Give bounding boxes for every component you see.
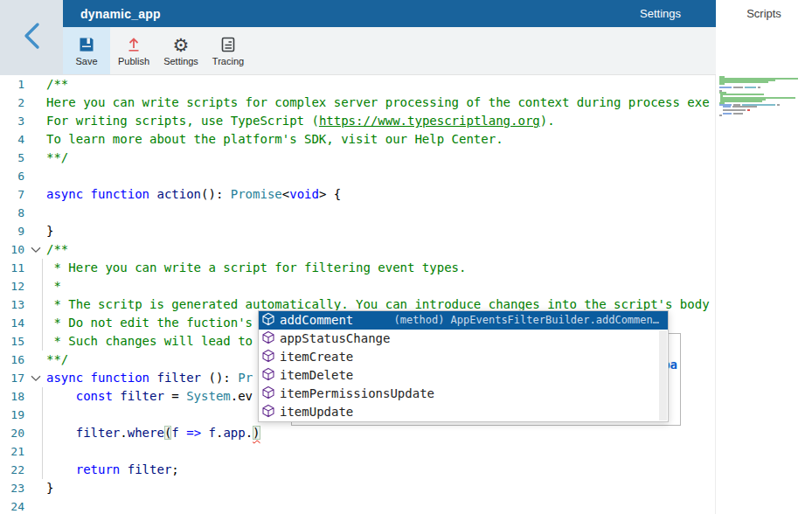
fold-spacer (24, 461, 46, 479)
fold-spacer (24, 351, 46, 369)
code-line[interactable]: 1/** (0, 75, 715, 94)
minimap[interactable] (719, 76, 805, 118)
code-line[interactable]: 4To learn more about the platform's SDK,… (0, 130, 715, 149)
settings-label: Settings (163, 56, 198, 66)
fold-spacer (24, 259, 46, 277)
code-text: async function action(): Promise<void> { (46, 185, 341, 204)
code-text: * Such changes will lead to (46, 332, 253, 351)
back-button[interactable] (22, 21, 41, 54)
line-number: 10 (0, 240, 24, 259)
fold-chevron-icon[interactable] (24, 369, 46, 387)
code-line[interactable]: 20 filter.where(f => f.app.) (0, 424, 715, 442)
code-line[interactable]: 23} (0, 479, 715, 497)
code-text: return filter; (46, 461, 179, 479)
code-line[interactable]: 5**/ (0, 149, 715, 167)
line-number: 14 (0, 314, 24, 332)
code-line[interactable]: 11 * Here you can write a script for fil… (0, 259, 715, 277)
code-line[interactable]: 9} (0, 222, 715, 240)
line-number: 20 (0, 424, 24, 442)
code-line[interactable]: 22 return filter; (0, 461, 715, 479)
fold-spacer (24, 185, 46, 204)
suggest-item[interactable]: addComment(method) AppEventsFilterBuilde… (259, 311, 668, 330)
line-number: 2 (0, 94, 24, 112)
code-editor[interactable]: 1/**2Here you can write scripts for comp… (0, 75, 715, 514)
fold-spacer (24, 295, 46, 314)
suggest-scrollbar[interactable] (659, 330, 667, 420)
tracing-button[interactable]: Tracing (205, 27, 252, 74)
suggest-item[interactable]: itemCreate (259, 348, 668, 366)
fold-chevron-icon[interactable] (24, 240, 46, 259)
suggest-item[interactable]: itemUpdate (259, 403, 668, 421)
suggest-item[interactable]: appStatusChange (259, 330, 668, 348)
code-line[interactable]: 7async function action(): Promise<void> … (0, 185, 715, 204)
code-line[interactable]: 21 (0, 442, 715, 461)
publish-button[interactable]: Publish (110, 27, 157, 74)
method-cube-icon (261, 404, 280, 421)
fold-spacer (24, 204, 46, 222)
save-label: Save (75, 56, 97, 66)
minimap-line (719, 116, 805, 118)
chevron-left-icon (22, 21, 41, 54)
suggest-item-label: appStatusChange (280, 330, 390, 348)
settings-button[interactable]: ⚙︎ Settings (157, 27, 205, 74)
method-cube-icon (261, 367, 280, 385)
line-number: 19 (0, 406, 24, 424)
code-text: /** (46, 240, 68, 259)
code-line[interactable]: 3For writing scripts, use TypeScript (ht… (0, 112, 715, 130)
line-number: 12 (0, 277, 24, 295)
code-line[interactable]: 6 (0, 167, 715, 185)
line-number: 22 (0, 461, 24, 479)
fold-spacer (24, 442, 46, 461)
editor-minimap-divider (715, 75, 716, 514)
method-cube-icon (261, 349, 280, 366)
code-text: For writing scripts, use TypeScript (htt… (46, 112, 555, 130)
code-text: * Do not edit the fuction's (46, 314, 253, 332)
code-line[interactable]: 10/** (0, 240, 715, 259)
fold-spacer (24, 75, 46, 94)
line-number: 5 (0, 149, 24, 167)
line-number: 16 (0, 351, 24, 369)
suggest-item-label: itemUpdate (280, 403, 353, 421)
fold-spacer (24, 94, 46, 112)
line-number: 9 (0, 222, 24, 240)
code-line[interactable]: 2Here you can write scripts for complex … (0, 94, 715, 112)
tab-settings-label: Settings (640, 7, 681, 20)
line-number: 1 (0, 75, 24, 94)
code-text: async function filter (): Pr (46, 369, 253, 387)
save-button[interactable]: Save (63, 27, 110, 74)
back-panel (0, 0, 63, 75)
line-number: 23 (0, 479, 24, 497)
code-text: const filter = System.ev (46, 387, 253, 406)
line-number: 4 (0, 130, 24, 149)
fold-spacer (24, 277, 46, 295)
code-line[interactable]: 8 (0, 204, 715, 222)
tab-scripts[interactable]: Scripts (716, 0, 812, 27)
code-line[interactable]: 12 * (0, 277, 715, 295)
fold-spacer (24, 112, 46, 130)
code-text: Here you can write scripts for complex s… (46, 94, 710, 112)
suggest-widget: addComment(method) AppEventsFilterBuilde… (258, 310, 669, 422)
publish-label: Publish (118, 56, 149, 66)
fold-spacer (24, 479, 46, 497)
code-line[interactable]: 24 (0, 497, 715, 514)
code-text: * (46, 277, 61, 295)
line-number: 21 (0, 442, 24, 461)
tab-settings[interactable]: Settings (629, 0, 691, 27)
line-number: 7 (0, 185, 24, 204)
line-number: 11 (0, 259, 24, 277)
indent-guide (42, 387, 43, 479)
code-text: **/ (46, 149, 68, 167)
line-number: 3 (0, 112, 24, 130)
suggest-item[interactable]: itemPermissionsUpdate (259, 385, 668, 403)
code-text: filter.where(f => f.app.) (46, 424, 260, 442)
suggest-item-label: addComment (280, 311, 353, 330)
publish-icon (125, 35, 142, 54)
fold-spacer (24, 314, 46, 332)
fold-spacer (24, 222, 46, 240)
fold-spacer (24, 332, 46, 351)
code-text: **/ (46, 351, 68, 369)
suggest-item-label: itemCreate (280, 348, 353, 366)
code-text: To learn more about the platform's SDK, … (46, 130, 503, 149)
suggest-item[interactable]: itemDelete (259, 366, 668, 385)
toolbar: Save Publish ⚙︎ Settings Tracing (63, 27, 716, 75)
